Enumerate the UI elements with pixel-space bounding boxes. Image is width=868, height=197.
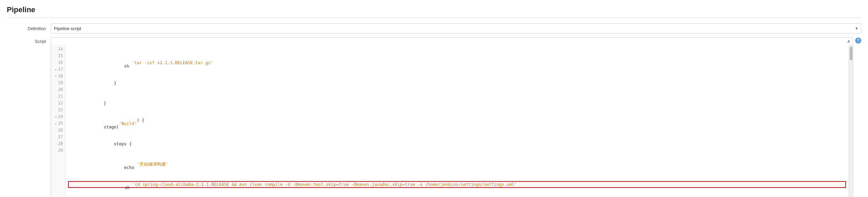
str-17: 'Build' bbox=[119, 120, 137, 127]
ln-16: 16 bbox=[53, 59, 63, 66]
ln-29: 29 bbox=[53, 147, 63, 154]
ln-28: 28 bbox=[53, 141, 63, 147]
scrollbar-thumb[interactable] bbox=[850, 47, 852, 60]
definition-select[interactable]: Pipeline script Pipeline script from SCM bbox=[51, 23, 861, 33]
definition-label: Definition bbox=[7, 26, 51, 31]
fold-arrow-18[interactable]: ▾ bbox=[55, 74, 57, 79]
ln-16-num: 16 bbox=[58, 59, 63, 66]
ln-15-num: 15 bbox=[58, 53, 63, 59]
ln-27: 27 bbox=[53, 134, 63, 141]
ln-17: ▾17 bbox=[53, 66, 63, 73]
ln-20: 20 bbox=[53, 87, 63, 93]
fold-arrow-17[interactable]: ▾ bbox=[55, 67, 57, 72]
ln-28-num: 28 bbox=[58, 141, 63, 147]
ln-14: 14 bbox=[53, 46, 63, 53]
ln-24-num: 24 bbox=[58, 114, 63, 120]
ln-25: ▾25 bbox=[53, 120, 63, 127]
code-lines: 14 15 16 ▾17 ▾18 19 20 21 22 23 ▾24 ▾25 … bbox=[51, 45, 853, 197]
definition-select-wrap: Pipeline script Pipeline script from SCM… bbox=[51, 23, 861, 33]
str-14: 'tar -zxf v2.1.1.RELEASE.tar.gz' bbox=[132, 59, 213, 66]
ln-23-num: 23 bbox=[58, 107, 63, 113]
ln-15: 15 bbox=[53, 53, 63, 59]
code-line-19: echo '开始编译构建' bbox=[68, 161, 846, 168]
ln-19: 19 bbox=[53, 80, 63, 87]
page-container: Pipeline Definition Pipeline script Pipe… bbox=[0, 0, 868, 197]
ln-22-num: 22 bbox=[58, 100, 63, 106]
editor-top-controls: ∧ bbox=[51, 38, 853, 45]
ln-19-num: 19 bbox=[58, 80, 63, 86]
ln-25-num: 25 bbox=[58, 120, 63, 127]
line-numbers: 14 15 16 ▾17 ▾18 19 20 21 22 23 ▾24 ▾25 … bbox=[51, 45, 65, 197]
fold-arrow-25[interactable]: ▾ bbox=[55, 121, 57, 126]
ln-20-num: 20 bbox=[58, 87, 63, 93]
code-line-15: } bbox=[68, 80, 846, 87]
ln-18: ▾18 bbox=[53, 73, 63, 80]
script-label: Script bbox=[7, 38, 51, 44]
code-line-14: sh 'tar -zxf v2.1.1.RELEASE.tar.gz' bbox=[68, 59, 846, 66]
script-section: Script ∧ 14 15 16 ▾17 ▾18 19 20 bbox=[7, 38, 861, 197]
collapse-icon[interactable]: ∧ bbox=[847, 39, 850, 44]
code-line-20: sh 'cd spring-cloud-alibaba-2.1.1.RELEAS… bbox=[68, 181, 846, 188]
code-line-18: steps { bbox=[68, 141, 846, 147]
str-20: 'cd spring-cloud-alibaba-2.1.1.RELEASE &… bbox=[132, 181, 517, 188]
ln-22: 22 bbox=[53, 100, 63, 107]
ln-17-num: 17 bbox=[58, 66, 63, 73]
ln-23: 23 bbox=[53, 107, 63, 114]
ln-21-num: 21 bbox=[58, 93, 63, 100]
definition-row: Definition Pipeline script Pipeline scri… bbox=[7, 23, 861, 33]
page-title: Pipeline bbox=[7, 5, 861, 18]
code-content[interactable]: sh 'tar -zxf v2.1.1.RELEASE.tar.gz' } } … bbox=[65, 45, 849, 197]
ln-14-num: 14 bbox=[58, 46, 63, 52]
ln-26-num: 26 bbox=[58, 127, 63, 133]
help-icon[interactable]: ? bbox=[855, 38, 861, 44]
code-editor[interactable]: ∧ 14 15 16 ▾17 ▾18 19 20 21 22 23 bbox=[51, 38, 853, 197]
code-line-17: stage('Build') { bbox=[68, 120, 846, 127]
ln-26: 26 bbox=[53, 127, 63, 134]
ln-21: 21 bbox=[53, 93, 63, 100]
code-line-16: } bbox=[68, 100, 846, 107]
vertical-scrollbar[interactable] bbox=[849, 45, 853, 197]
ln-29-num: 29 bbox=[58, 147, 63, 154]
ln-27-num: 27 bbox=[58, 134, 63, 140]
ln-18-num: 18 bbox=[58, 73, 63, 79]
str-19: '开始编译构建' bbox=[137, 161, 168, 168]
ln-24: ▾24 bbox=[53, 114, 63, 120]
fold-arrow-24[interactable]: ▾ bbox=[55, 115, 57, 119]
